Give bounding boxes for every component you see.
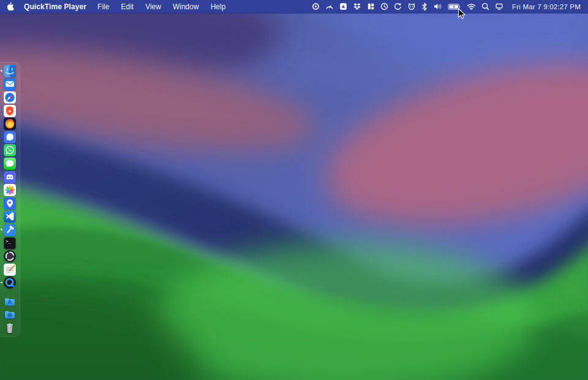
menu-items: FileEditViewWindowHelp (97, 2, 225, 11)
svg-text:>_: >_ (6, 239, 11, 244)
menu-bar-left: QuickTime Player FileEditViewWindowHelp (6, 0, 225, 13)
dock-maps-pin-icon[interactable] (4, 197, 16, 210)
apple-menu-icon[interactable] (6, 2, 14, 11)
menu-help[interactable]: Help (211, 2, 226, 11)
clock-icon[interactable] (380, 2, 388, 10)
dock-photos-icon[interactable] (4, 184, 16, 196)
dock-finder-icon[interactable] (4, 65, 16, 77)
dock-utilities-folder-icon[interactable] (4, 308, 16, 321)
battery-icon[interactable] (448, 3, 461, 10)
dock-signal-icon[interactable] (4, 131, 16, 143)
spotlight-search-icon[interactable] (481, 2, 489, 10)
cat-face-icon[interactable] (407, 2, 416, 10)
desktop: QuickTime Player FileEditViewWindowHelp … (0, 0, 588, 380)
dock-vscode-icon[interactable] (4, 210, 16, 222)
active-app-name[interactable]: QuickTime Player (24, 2, 86, 11)
dock-textedit-icon[interactable] (4, 264, 16, 276)
display-icon[interactable] (495, 2, 503, 10)
volume-icon[interactable] (433, 2, 442, 10)
wifi-icon[interactable] (467, 3, 476, 10)
menu-edit[interactable]: Edit (121, 2, 134, 11)
menu-file[interactable]: File (97, 2, 109, 11)
dock-whatsapp-icon[interactable] (4, 144, 16, 156)
menu-bar-clock[interactable]: Fri Mar 7 9:02:27 PM (512, 3, 581, 10)
running-indicator (1, 282, 2, 284)
dock-xcode-icon[interactable] (4, 224, 16, 236)
record-circle-icon[interactable] (312, 2, 320, 10)
menu-view[interactable]: View (145, 2, 161, 11)
dock-obs-icon[interactable] (4, 250, 16, 262)
desktop-wallpaper (0, 0, 588, 380)
time-machine-icon[interactable] (394, 2, 402, 10)
dock-discord-icon[interactable] (4, 171, 16, 183)
dock-brave-icon[interactable] (4, 105, 16, 117)
dock-mail-icon[interactable] (4, 78, 16, 90)
menu-bar-right: Fri Mar 7 9:02:27 PM (312, 0, 581, 13)
dock-terminal-icon[interactable]: >_ (4, 237, 16, 249)
running-indicator (1, 229, 2, 230)
dock-quicktime-icon[interactable] (4, 276, 16, 289)
window-tiles-icon[interactable] (367, 2, 375, 10)
dock-applications-folder-icon[interactable] (4, 295, 16, 308)
dropbox-icon[interactable] (353, 2, 361, 10)
dock-messages-icon[interactable] (4, 158, 16, 170)
dock: >_ (0, 62, 20, 337)
dock-firefox-icon[interactable] (4, 118, 16, 130)
menu-bar: QuickTime Player FileEditViewWindowHelp … (0, 0, 588, 13)
box-eject-icon[interactable] (339, 2, 347, 10)
bluetooth-icon[interactable] (421, 2, 428, 11)
dock-safari-icon[interactable] (4, 91, 16, 104)
status-icons (312, 2, 503, 11)
gauge-icon[interactable] (325, 2, 334, 10)
dock-trash-icon[interactable] (4, 322, 16, 334)
menu-window[interactable]: Window (173, 2, 199, 11)
dock-divider (4, 289, 20, 295)
running-indicator (1, 70, 2, 72)
